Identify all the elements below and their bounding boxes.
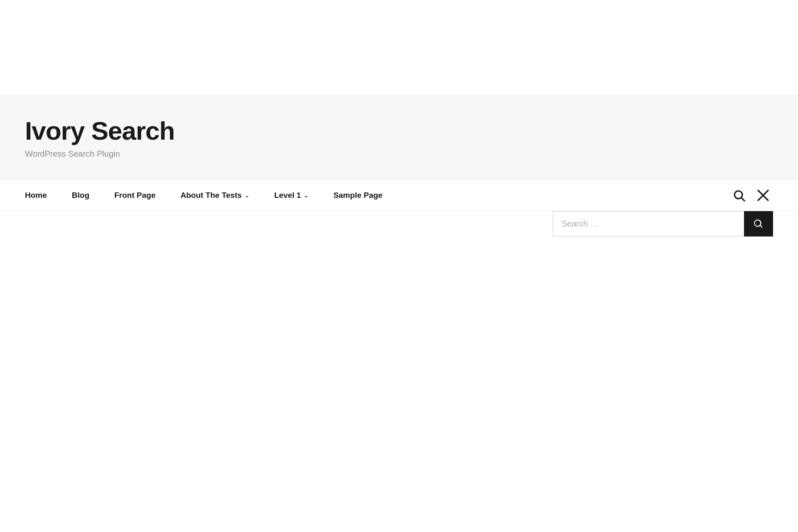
nav-bar: Home Blog Front Page About The Tests ⌄ L… (0, 180, 798, 211)
nav-label-sample-page: Sample Page (333, 191, 382, 200)
search-toggle-button[interactable] (729, 185, 749, 205)
search-submit-button[interactable] (744, 211, 773, 236)
nav-label-blog: Blog (72, 191, 89, 200)
chevron-down-icon: ⌄ (244, 192, 249, 199)
nav-label-front-page: Front Page (114, 191, 155, 200)
chevron-down-icon: ⌄ (303, 192, 308, 199)
top-spacer (0, 0, 798, 96)
nav-item-level1[interactable]: Level 1 ⌄ (262, 180, 321, 211)
nav-icons (729, 185, 773, 205)
site-tagline: WordPress Search Plugin (25, 149, 773, 159)
nav-item-home[interactable]: Home (25, 180, 59, 211)
close-button[interactable] (753, 185, 773, 205)
nav-label-level1: Level 1 (274, 191, 301, 200)
site-title: Ivory Search (25, 117, 773, 145)
nav-label-about-the-tests: About The Tests (180, 191, 241, 200)
svg-line-1 (741, 198, 744, 201)
search-dropdown (553, 211, 773, 236)
site-header: Ivory Search WordPress Search Plugin (0, 96, 798, 180)
search-submit-icon (753, 219, 764, 229)
nav-item-blog[interactable]: Blog (59, 180, 102, 211)
search-icon (732, 189, 746, 202)
nav-item-sample-page[interactable]: Sample Page (321, 180, 395, 211)
close-icon (756, 189, 770, 202)
nav-label-home: Home (25, 191, 47, 200)
search-input[interactable] (553, 211, 744, 236)
nav-item-front-page[interactable]: Front Page (102, 180, 168, 211)
nav-links: Home Blog Front Page About The Tests ⌄ L… (25, 180, 729, 211)
nav-item-about-the-tests[interactable]: About The Tests ⌄ (168, 180, 261, 211)
